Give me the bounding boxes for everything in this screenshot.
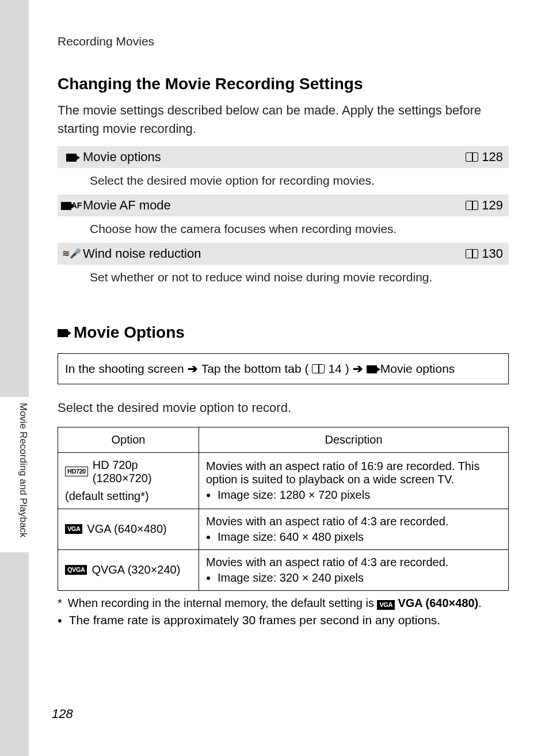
navigation-path-box: In the shooting screen ➔ Tap the bottom … xyxy=(58,353,509,384)
book-icon xyxy=(312,364,325,373)
format-badge-icon: QVGA xyxy=(65,565,87,575)
footnote-text: When recording in the internal memory, t… xyxy=(68,597,482,610)
book-icon xyxy=(466,249,478,258)
side-section-label: Movie Recording and Playback xyxy=(17,403,29,537)
setting-row: ≋🎤 Wind noise reduction 130 xyxy=(58,243,509,265)
description-cell: Movies with an aspect ratio of 4:3 are r… xyxy=(199,549,509,590)
section-heading-text: Movie Options xyxy=(74,323,185,342)
setting-title: Movie AF mode xyxy=(83,198,466,213)
footnote-part: When recording in the internal memory, t… xyxy=(68,597,374,609)
table-row: VGAVGA (640×480)Movies with an aspect ra… xyxy=(58,509,509,549)
format-badge-icon: HD720 xyxy=(65,467,88,476)
bullet-icon: • xyxy=(58,613,62,628)
option-name: HD 720p (1280×720) xyxy=(93,459,192,485)
option-cell: QVGAQVGA (320×240) xyxy=(58,549,199,590)
setting-page-ref: 128 xyxy=(466,150,503,165)
setting-description: Select the desired movie option for reco… xyxy=(58,168,509,194)
footnote-marker: * xyxy=(58,597,62,610)
setting-row: AF Movie AF mode 129 xyxy=(58,194,509,216)
note-text: The frame rate is approximately 30 frame… xyxy=(69,613,440,627)
table-header: Option xyxy=(58,427,199,452)
page-number-ref: 128 xyxy=(482,150,503,165)
movie-icon xyxy=(60,151,83,163)
section-heading: Movie Options xyxy=(58,323,509,342)
footnote-bold: VGA (640×480) xyxy=(398,597,478,609)
description-text: Movies with an aspect ratio of 4:3 are r… xyxy=(206,556,501,569)
page-number-ref: 130 xyxy=(482,246,503,261)
wind-icon: ≋🎤 xyxy=(60,248,83,259)
book-icon xyxy=(466,152,478,162)
option-cell: HD720HD 720p (1280×720)(default setting*… xyxy=(58,452,199,509)
setting-description: Choose how the camera focuses when recor… xyxy=(58,216,509,243)
table-header: Description xyxy=(199,427,509,452)
page-content: Recording Movies Changing the Movie Reco… xyxy=(29,0,549,756)
options-table: Option Description HD720HD 720p (1280×72… xyxy=(58,427,509,591)
footnote-part: . xyxy=(478,597,482,609)
format-badge-icon: VGA xyxy=(65,524,82,534)
setting-description: Set whether or not to reduce wind noise … xyxy=(58,265,509,291)
movie-icon xyxy=(367,362,377,376)
movie-icon xyxy=(58,323,68,342)
intro-paragraph: The movie settings described below can b… xyxy=(58,101,509,138)
option-name: QVGA (320×240) xyxy=(92,563,180,576)
vga-badge-icon: VGA xyxy=(377,600,394,610)
arrow-icon: ➔ xyxy=(353,362,363,376)
movie-af-icon: AF xyxy=(60,199,83,211)
nav-text: Tap the bottom tab ( xyxy=(201,362,309,376)
description-cell: Movies with an aspect ratio of 4:3 are r… xyxy=(199,509,509,549)
table-row: QVGAQVGA (320×240)Movies with an aspect … xyxy=(58,549,509,590)
book-icon xyxy=(466,201,478,210)
description-text: Movies with an aspect ratio of 4:3 are r… xyxy=(206,515,501,528)
nav-page-ref: 14 xyxy=(328,362,341,376)
table-header-row: Option Description xyxy=(58,427,509,452)
note-bullet: • The frame rate is approximately 30 fra… xyxy=(58,613,509,628)
setting-title: Movie options xyxy=(83,150,466,165)
description-cell: Movies with an aspect ratio of 16:9 are … xyxy=(199,452,509,509)
settings-list: Movie options 128 Select the desired mov… xyxy=(58,146,509,291)
setting-page-ref: 129 xyxy=(466,198,503,213)
nav-text: ) xyxy=(345,362,349,376)
page-number: 128 xyxy=(52,707,73,721)
arrow-icon: ➔ xyxy=(188,362,198,376)
description-text: Movies with an aspect ratio of 16:9 are … xyxy=(206,460,501,486)
description-bullet: Image size: 640 × 480 pixels xyxy=(218,530,501,544)
table-row: HD720HD 720p (1280×720)(default setting*… xyxy=(58,452,509,509)
description-bullet: Image size: 1280 × 720 pixels xyxy=(218,488,501,502)
page-heading: Changing the Movie Recording Settings xyxy=(58,75,509,93)
page-number-ref: 129 xyxy=(482,198,503,213)
option-name: VGA (640×480) xyxy=(87,522,166,536)
nav-text: In the shooting screen xyxy=(65,362,184,376)
lead-paragraph: Select the desired movie option to recor… xyxy=(58,400,509,415)
option-cell: VGAVGA (640×480) xyxy=(58,509,199,549)
setting-title: Wind noise reduction xyxy=(83,246,466,261)
setting-row: Movie options 128 xyxy=(58,146,509,168)
option-sub: (default setting*) xyxy=(65,490,149,503)
setting-page-ref: 130 xyxy=(466,246,503,261)
footnote: * When recording in the internal memory,… xyxy=(58,597,509,610)
nav-text: Movie options xyxy=(380,362,455,376)
description-bullet: Image size: 320 × 240 pixels xyxy=(218,571,501,585)
breadcrumb: Recording Movies xyxy=(58,35,509,48)
